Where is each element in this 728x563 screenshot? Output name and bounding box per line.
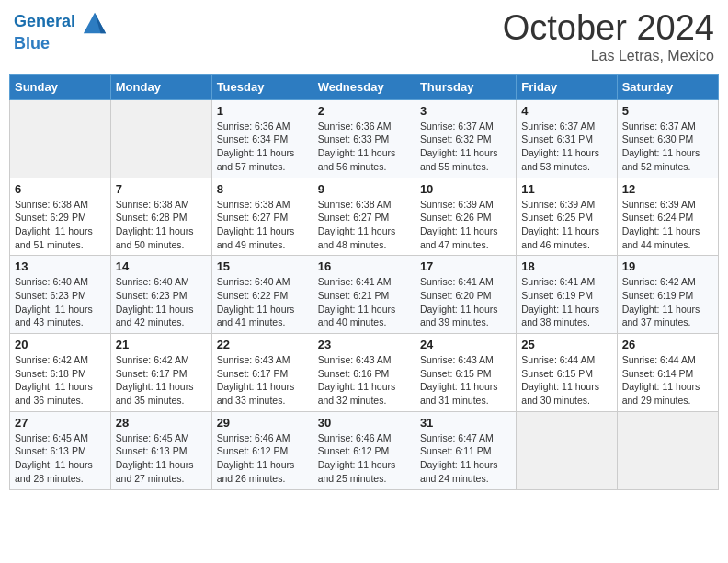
calendar-cell <box>617 411 718 489</box>
logo-text: General Blue <box>14 9 108 53</box>
calendar-cell: 5Sunrise: 6:37 AMSunset: 6:30 PMDaylight… <box>617 99 718 178</box>
day-number: 31 <box>420 416 511 430</box>
day-info: Sunrise: 6:36 AMSunset: 6:34 PMDaylight:… <box>217 120 308 174</box>
calendar-cell: 27Sunrise: 6:45 AMSunset: 6:13 PMDayligh… <box>10 411 111 489</box>
day-info: Sunrise: 6:43 AMSunset: 6:17 PMDaylight:… <box>217 353 308 408</box>
day-info: Sunrise: 6:46 AMSunset: 6:12 PMDaylight:… <box>318 431 410 486</box>
day-number: 20 <box>15 338 106 351</box>
day-number: 30 <box>318 416 410 430</box>
day-info: Sunrise: 6:38 AMSunset: 6:28 PMDaylight:… <box>116 198 207 252</box>
calendar-cell: 6Sunrise: 6:38 AMSunset: 6:29 PMDaylight… <box>10 178 111 256</box>
calendar-cell: 21Sunrise: 6:42 AMSunset: 6:17 PMDayligh… <box>110 334 211 412</box>
day-number: 1 <box>217 104 308 118</box>
day-number: 21 <box>116 338 207 351</box>
day-info: Sunrise: 6:43 AMSunset: 6:16 PMDaylight:… <box>318 353 410 408</box>
weekday-header-saturday: Saturday <box>617 74 718 99</box>
calendar-cell: 20Sunrise: 6:42 AMSunset: 6:18 PMDayligh… <box>10 334 111 412</box>
calendar-cell: 10Sunrise: 6:39 AMSunset: 6:26 PMDayligh… <box>415 178 516 256</box>
day-info: Sunrise: 6:40 AMSunset: 6:23 PMDaylight:… <box>15 275 106 329</box>
weekday-header-tuesday: Tuesday <box>211 74 313 99</box>
day-info: Sunrise: 6:44 AMSunset: 6:14 PMDaylight:… <box>622 353 713 408</box>
calendar-cell: 28Sunrise: 6:45 AMSunset: 6:13 PMDayligh… <box>110 411 211 489</box>
day-info: Sunrise: 6:37 AMSunset: 6:30 PMDaylight:… <box>622 120 713 174</box>
logo: General Blue <box>14 9 108 53</box>
day-number: 19 <box>622 259 713 273</box>
day-info: Sunrise: 6:43 AMSunset: 6:15 PMDaylight:… <box>420 353 511 408</box>
day-number: 7 <box>116 182 207 196</box>
day-info: Sunrise: 6:42 AMSunset: 6:19 PMDaylight:… <box>622 275 713 329</box>
calendar-cell: 4Sunrise: 6:37 AMSunset: 6:31 PMDaylight… <box>517 99 617 178</box>
day-number: 9 <box>318 182 410 196</box>
day-info: Sunrise: 6:40 AMSunset: 6:23 PMDaylight:… <box>116 275 207 329</box>
calendar-cell: 1Sunrise: 6:36 AMSunset: 6:34 PMDaylight… <box>211 99 313 178</box>
day-number: 10 <box>420 182 511 196</box>
calendar-cell: 30Sunrise: 6:46 AMSunset: 6:12 PMDayligh… <box>313 411 415 489</box>
calendar-cell: 11Sunrise: 6:39 AMSunset: 6:25 PMDayligh… <box>517 178 617 256</box>
day-info: Sunrise: 6:40 AMSunset: 6:22 PMDaylight:… <box>217 275 308 329</box>
day-number: 26 <box>622 338 713 351</box>
logo-icon <box>82 9 108 35</box>
day-number: 16 <box>318 259 410 273</box>
title-block: October 2024 Las Letras, Mexico <box>503 9 714 64</box>
calendar-cell: 15Sunrise: 6:40 AMSunset: 6:22 PMDayligh… <box>211 256 313 334</box>
calendar-week-row: 6Sunrise: 6:38 AMSunset: 6:29 PMDaylight… <box>10 178 719 256</box>
day-number: 15 <box>217 259 308 273</box>
calendar-week-row: 27Sunrise: 6:45 AMSunset: 6:13 PMDayligh… <box>10 411 719 489</box>
day-number: 22 <box>217 338 308 351</box>
day-info: Sunrise: 6:41 AMSunset: 6:19 PMDaylight:… <box>521 275 611 329</box>
day-info: Sunrise: 6:41 AMSunset: 6:20 PMDaylight:… <box>420 275 511 329</box>
calendar-cell: 12Sunrise: 6:39 AMSunset: 6:24 PMDayligh… <box>617 178 718 256</box>
month-title: October 2024 <box>503 9 714 48</box>
calendar-cell: 13Sunrise: 6:40 AMSunset: 6:23 PMDayligh… <box>10 256 111 334</box>
day-info: Sunrise: 6:37 AMSunset: 6:32 PMDaylight:… <box>420 120 511 174</box>
day-info: Sunrise: 6:44 AMSunset: 6:15 PMDaylight:… <box>521 353 611 408</box>
calendar-cell: 17Sunrise: 6:41 AMSunset: 6:20 PMDayligh… <box>415 256 516 334</box>
day-info: Sunrise: 6:45 AMSunset: 6:13 PMDaylight:… <box>15 431 106 486</box>
calendar-cell: 26Sunrise: 6:44 AMSunset: 6:14 PMDayligh… <box>617 334 718 412</box>
day-number: 23 <box>318 338 410 351</box>
day-info: Sunrise: 6:37 AMSunset: 6:31 PMDaylight:… <box>521 120 611 174</box>
day-info: Sunrise: 6:39 AMSunset: 6:25 PMDaylight:… <box>521 198 611 252</box>
day-number: 25 <box>521 338 611 351</box>
calendar-week-row: 1Sunrise: 6:36 AMSunset: 6:34 PMDaylight… <box>10 99 719 178</box>
day-info: Sunrise: 6:36 AMSunset: 6:33 PMDaylight:… <box>318 120 410 174</box>
day-number: 27 <box>15 416 106 430</box>
day-number: 14 <box>116 259 207 273</box>
logo-general: General <box>14 12 75 30</box>
weekday-header-thursday: Thursday <box>415 74 516 99</box>
calendar-body: 1Sunrise: 6:36 AMSunset: 6:34 PMDaylight… <box>10 99 719 489</box>
calendar-cell: 18Sunrise: 6:41 AMSunset: 6:19 PMDayligh… <box>517 256 617 334</box>
day-info: Sunrise: 6:42 AMSunset: 6:18 PMDaylight:… <box>15 353 106 408</box>
day-number: 24 <box>420 338 511 351</box>
day-number: 11 <box>521 182 611 196</box>
day-info: Sunrise: 6:47 AMSunset: 6:11 PMDaylight:… <box>420 431 511 486</box>
day-info: Sunrise: 6:46 AMSunset: 6:12 PMDaylight:… <box>217 431 308 486</box>
calendar-cell <box>10 99 111 178</box>
day-number: 5 <box>622 104 713 118</box>
calendar-cell: 16Sunrise: 6:41 AMSunset: 6:21 PMDayligh… <box>313 256 415 334</box>
day-number: 12 <box>622 182 713 196</box>
calendar-cell: 25Sunrise: 6:44 AMSunset: 6:15 PMDayligh… <box>517 334 617 412</box>
weekday-header-row: SundayMondayTuesdayWednesdayThursdayFrid… <box>10 74 719 99</box>
day-number: 28 <box>116 416 207 430</box>
calendar-cell: 29Sunrise: 6:46 AMSunset: 6:12 PMDayligh… <box>211 411 313 489</box>
day-info: Sunrise: 6:38 AMSunset: 6:27 PMDaylight:… <box>217 198 308 252</box>
calendar-cell: 23Sunrise: 6:43 AMSunset: 6:16 PMDayligh… <box>313 334 415 412</box>
calendar-cell: 7Sunrise: 6:38 AMSunset: 6:28 PMDaylight… <box>110 178 211 256</box>
day-number: 8 <box>217 182 308 196</box>
day-info: Sunrise: 6:42 AMSunset: 6:17 PMDaylight:… <box>116 353 207 408</box>
location-subtitle: Las Letras, Mexico <box>503 48 714 64</box>
day-info: Sunrise: 6:38 AMSunset: 6:27 PMDaylight:… <box>318 198 410 252</box>
day-number: 6 <box>15 182 106 196</box>
calendar-cell: 22Sunrise: 6:43 AMSunset: 6:17 PMDayligh… <box>211 334 313 412</box>
day-number: 3 <box>420 104 511 118</box>
calendar-cell: 24Sunrise: 6:43 AMSunset: 6:15 PMDayligh… <box>415 334 516 412</box>
calendar-cell: 9Sunrise: 6:38 AMSunset: 6:27 PMDaylight… <box>313 178 415 256</box>
calendar-cell <box>110 99 211 178</box>
day-number: 18 <box>521 259 611 273</box>
weekday-header-wednesday: Wednesday <box>313 74 415 99</box>
page-header: General Blue October 2024 Las Letras, Me… <box>9 9 719 64</box>
day-info: Sunrise: 6:41 AMSunset: 6:21 PMDaylight:… <box>318 275 410 329</box>
day-info: Sunrise: 6:39 AMSunset: 6:26 PMDaylight:… <box>420 198 511 252</box>
weekday-header-monday: Monday <box>110 74 211 99</box>
